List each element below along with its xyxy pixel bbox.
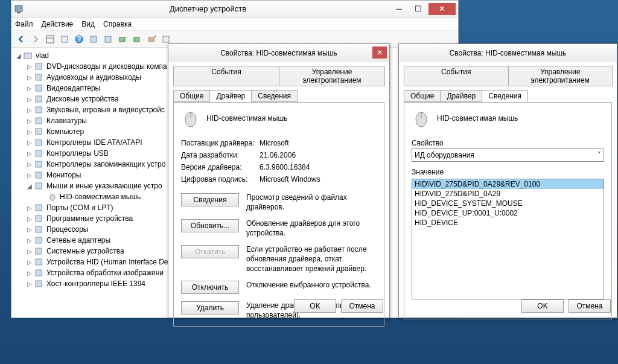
action-button[interactable]: Отключить (181, 281, 239, 294)
tab-row-top: События Управление электропитанием (404, 66, 612, 86)
svg-rect-10 (134, 37, 139, 42)
svg-rect-21 (36, 129, 42, 135)
detail-icon[interactable] (44, 33, 56, 45)
svg-rect-4 (62, 36, 68, 42)
property-combo[interactable]: ИД оборудования ˅ (412, 148, 604, 162)
tab-power[interactable]: Управление электропитанием (279, 66, 385, 86)
cancel-button[interactable]: Отмена (341, 299, 383, 313)
properties-dialog-driver: Свойства: HID-совместимая мышь ✕ События… (168, 43, 390, 318)
property-label: Свойство (412, 139, 604, 147)
menu-view[interactable]: Вид (81, 20, 95, 28)
help-icon[interactable]: ? (73, 33, 85, 45)
info-label: Поставщик драйвера: (181, 139, 260, 147)
tool-icon-2[interactable] (102, 33, 114, 45)
app-icon (14, 4, 24, 14)
svg-rect-22 (36, 139, 42, 145)
action-button[interactable]: Удалить (181, 301, 239, 315)
button-desc: Просмотр сведений о файлах драйверов. (246, 193, 377, 212)
svg-text:?: ? (77, 35, 81, 43)
svg-rect-2 (46, 36, 54, 43)
ok-button[interactable]: OK (294, 299, 336, 313)
update-icon[interactable] (131, 33, 143, 45)
svg-rect-29 (36, 216, 42, 222)
info-label: Дата разработки: (181, 151, 260, 159)
svg-rect-17 (36, 85, 42, 91)
button-desc: Обновление драйверов для этого устройств… (246, 219, 377, 238)
mouse-icon (181, 109, 200, 128)
info-value: 6.3.9600.16384 (260, 163, 310, 171)
svg-rect-23 (36, 150, 42, 156)
tab-power[interactable]: Управление электропитанием (508, 66, 613, 86)
tab-general[interactable]: Общие (404, 90, 441, 102)
scan-icon[interactable] (116, 33, 129, 45)
tool-icon-1[interactable] (88, 33, 100, 45)
button-row: Обновить...Обновление драйверов для этог… (181, 219, 377, 238)
menu-help[interactable]: Справка (103, 20, 132, 28)
maximize-button[interactable]: ☐ (409, 3, 427, 15)
value-listbox[interactable]: HID\VID_275D&PID_0A29&REV_0100HID\VID_27… (412, 179, 604, 299)
uninstall-icon[interactable]: ✕ (145, 33, 158, 45)
dialog-title: Свойства: HID-совместимая мышь ✕ (168, 44, 389, 62)
tab-general[interactable]: Общие (173, 90, 210, 102)
mouse-icon (412, 109, 431, 128)
svg-rect-35 (36, 281, 42, 287)
properties-icon[interactable] (59, 33, 71, 45)
tab-events[interactable]: События (404, 66, 509, 86)
info-row: Дата разработки:21.06.2006 (181, 151, 377, 159)
svg-rect-8 (105, 36, 111, 42)
cancel-button[interactable]: Отмена (569, 299, 611, 313)
svg-rect-33 (36, 259, 42, 265)
list-item[interactable]: HID_DEVICE_SYSTEM_MOUSE (412, 199, 604, 208)
menu-action[interactable]: Действие (42, 20, 74, 28)
svg-rect-1 (17, 12, 21, 13)
tab-driver[interactable]: Драйвер (440, 90, 482, 102)
svg-rect-16 (36, 74, 42, 80)
svg-rect-20 (36, 118, 42, 124)
menubar: Файл Действие Вид Справка (11, 18, 458, 31)
button-row: ОткатитьЕсли устройство не работает посл… (181, 245, 377, 273)
action-button[interactable]: Сведения (181, 193, 239, 206)
action-button: Откатить (181, 245, 239, 258)
close-button[interactable]: ✕ (428, 3, 456, 15)
tab-row-bottom: Общие Драйвер Сведения (173, 90, 384, 102)
svg-rect-15 (36, 63, 42, 69)
ok-button[interactable]: OK (521, 299, 564, 313)
properties-dialog-details: Свойства: HID-совместимая мышь События У… (398, 43, 617, 318)
info-row: Цифровая подпись:Microsoft Windows (181, 175, 377, 184)
combo-value: ИД оборудования (415, 151, 474, 159)
list-item[interactable]: HID\VID_275D&PID_0A29 (412, 189, 604, 199)
info-row: Поставщик драйвера:Microsoft (181, 139, 377, 147)
tab-body: HID-совместимая мышь Поставщик драйвера:… (173, 102, 384, 327)
svg-rect-28 (36, 205, 42, 211)
back-icon[interactable] (15, 33, 27, 45)
list-item[interactable]: HID\VID_275D&PID_0A29&REV_0100 (412, 179, 604, 189)
info-value: Microsoft Windows (260, 175, 320, 184)
tab-details[interactable]: Сведения (251, 90, 298, 102)
info-value: 21.06.2006 (260, 151, 296, 159)
svg-rect-9 (119, 37, 125, 42)
tab-driver[interactable]: Драйвер (209, 90, 252, 102)
svg-rect-0 (15, 5, 22, 11)
svg-rect-14 (24, 53, 31, 59)
window-title: Диспетчер устройств (27, 4, 389, 13)
info-label: Версия драйвера: (181, 163, 260, 171)
list-item[interactable]: HID_DEVICE (412, 218, 604, 228)
svg-rect-13 (163, 36, 169, 42)
action-button[interactable]: Обновить... (181, 219, 239, 232)
dialog-title-text: Свойства: HID-совместимая мышь (220, 49, 337, 57)
device-name: HID-совместимая мышь (437, 114, 518, 123)
tab-details[interactable]: Сведения (482, 90, 528, 102)
close-icon[interactable]: ✕ (372, 46, 387, 59)
menu-file[interactable]: Файл (15, 20, 33, 28)
button-desc: Отключение выбранного устройства. (246, 281, 377, 290)
svg-rect-31 (36, 237, 42, 243)
tab-events[interactable]: События (173, 66, 279, 86)
chevron-down-icon: ˅ (597, 151, 601, 159)
svg-rect-19 (36, 107, 42, 113)
info-row: Версия драйвера:6.3.9600.16384 (181, 163, 377, 171)
list-item[interactable]: HID_DEVICE_UP:0001_U:0002 (412, 208, 604, 218)
tab-body: HID-совместимая мышь Свойство ИД оборудо… (404, 102, 612, 319)
forward-icon[interactable] (30, 33, 42, 45)
minimize-button[interactable]: ─ (390, 3, 408, 15)
svg-rect-26 (36, 183, 42, 189)
